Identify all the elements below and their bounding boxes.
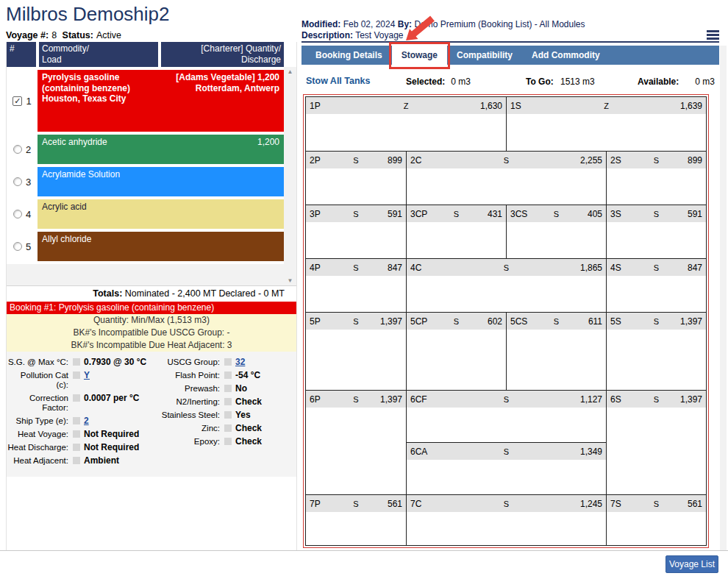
tab-compatibility[interactable]: Compatibility bbox=[447, 46, 522, 65]
commodity-cell[interactable]: Pyrolysis gasoline(containing benzene)Ho… bbox=[38, 70, 284, 132]
property-label: Pollution Cat (c): bbox=[7, 371, 68, 390]
tank-capacity: 847 bbox=[671, 263, 702, 273]
row-select-cell: 4 bbox=[7, 199, 38, 229]
tank-name: 6CA bbox=[410, 447, 474, 457]
row-radio[interactable] bbox=[13, 210, 22, 218]
tank-3CP[interactable]: 3CPS431 bbox=[406, 205, 506, 258]
property-value: Check bbox=[235, 397, 262, 407]
tank-5CS[interactable]: 5CSS611 bbox=[506, 313, 606, 390]
row-radio[interactable] bbox=[13, 177, 22, 186]
commodity-text: Acrylamide Solution bbox=[42, 169, 120, 194]
tank-header: 4SS847 bbox=[607, 259, 706, 276]
tank-coating: S bbox=[441, 210, 472, 218]
booking-row[interactable]: 3Acrylamide Solution bbox=[7, 167, 284, 196]
status-box-icon bbox=[73, 430, 80, 438]
tank-7P[interactable]: 7PS561 bbox=[306, 495, 406, 545]
tank-header: 5SS1,397 bbox=[607, 313, 706, 330]
tank-capacity: 1,397 bbox=[671, 316, 702, 327]
tank-name: 2C bbox=[410, 155, 474, 166]
scroll-down-icon[interactable]: ▼ bbox=[284, 277, 296, 284]
vertical-scrollbar[interactable]: ▲ ▼ bbox=[284, 67, 296, 285]
tank-capacity: 1,397 bbox=[371, 394, 402, 405]
commodity-cell[interactable]: Acrylamide Solution bbox=[38, 167, 284, 196]
tank-coating: S bbox=[340, 210, 371, 218]
tank-6CA[interactable]: 6CAS1,349 bbox=[407, 442, 606, 494]
row-select-cell: 3 bbox=[7, 167, 38, 196]
tab-stowage[interactable]: Stowage bbox=[392, 46, 447, 65]
booking-info-block: Quantity: Min/Max (1,513 m3)BK#'s Incomp… bbox=[7, 314, 296, 352]
tank-capacity: 1,397 bbox=[671, 394, 702, 405]
property-label: Heat Discharge: bbox=[7, 443, 68, 452]
booking-rows: ✓1Pyrolysis gasoline(containing benzene)… bbox=[7, 70, 296, 261]
tank-4C[interactable]: 4CS1,865 bbox=[406, 259, 606, 312]
tank-4P[interactable]: 4PS847 bbox=[306, 259, 406, 312]
tank-2S[interactable]: 2SS899 bbox=[606, 152, 706, 205]
tank-2P[interactable]: 2PS899 bbox=[306, 152, 406, 205]
tank-grid: 1PZ1,6301SZ1,6392PS8992CS2,2552SS8993PS5… bbox=[305, 96, 707, 546]
stow-all-tanks-link[interactable]: Stow All Tanks bbox=[306, 76, 371, 86]
tank-6S[interactable]: 6SS1,397 bbox=[606, 391, 706, 494]
commodity-cell[interactable]: Acetic anhydride1,200 bbox=[38, 135, 284, 164]
booking-table-header: # Commodity/ Load [Charterer] Quantity/ … bbox=[7, 42, 296, 67]
tank-7C[interactable]: 7CS1,245 bbox=[406, 495, 606, 545]
booking-row[interactable]: ✓1Pyrolysis gasoline(containing benzene)… bbox=[7, 70, 284, 132]
tank-coating: S bbox=[474, 395, 538, 404]
tank-5S[interactable]: 5SS1,397 bbox=[606, 313, 706, 390]
commodity-cell[interactable]: Allyl chloride bbox=[38, 232, 284, 261]
row-checkbox[interactable]: ✓ bbox=[13, 96, 22, 106]
tank-capacity: 1,397 bbox=[371, 316, 402, 327]
tank-2C[interactable]: 2CS2,255 bbox=[406, 152, 606, 205]
tank-4S[interactable]: 4SS847 bbox=[606, 259, 706, 312]
tank-1S[interactable]: 1SZ1,639 bbox=[506, 97, 706, 151]
property-value[interactable]: 2 bbox=[84, 416, 89, 426]
red-arrow-annotation bbox=[400, 15, 435, 43]
tank-coating: S bbox=[474, 156, 538, 165]
commodity-line: Acrylic acid bbox=[42, 202, 87, 213]
row-number: 3 bbox=[26, 177, 31, 188]
row-radio[interactable] bbox=[13, 145, 22, 154]
tank-name: 1S bbox=[510, 101, 574, 111]
property-value: Check bbox=[235, 424, 262, 433]
commodity-text: Acrylic acid bbox=[42, 202, 87, 227]
voyage-list-button[interactable]: Voyage List bbox=[665, 555, 718, 573]
tank-3P[interactable]: 3PS591 bbox=[306, 205, 406, 258]
tank-capacity: 602 bbox=[471, 316, 502, 327]
property-row: Heat Discharge:Not Required bbox=[7, 443, 157, 452]
tank-1P[interactable]: 1PZ1,630 bbox=[306, 97, 506, 151]
tank-coating: S bbox=[474, 447, 538, 456]
tank-6CF[interactable]: 6CFS1,127 bbox=[407, 391, 606, 442]
tank-capacity: 1,245 bbox=[538, 499, 602, 509]
tank-coating: S bbox=[641, 263, 672, 272]
row-radio[interactable] bbox=[13, 242, 22, 251]
tank-coating: S bbox=[340, 395, 371, 404]
property-value[interactable]: Y bbox=[84, 371, 90, 380]
tank-grid-row: 4PS8474CS1,8654SS847 bbox=[306, 258, 706, 312]
quantity-line: Rotterdam, Antwerp bbox=[176, 83, 279, 94]
booking-row[interactable]: 5Allyl chloride bbox=[7, 232, 284, 261]
tab-booking-details[interactable]: Booking Details bbox=[306, 46, 392, 65]
status-box-icon bbox=[73, 394, 80, 402]
stowage-panel: Booking DetailsStowageCompatibilityAdd C… bbox=[301, 0, 719, 550]
status-box-icon bbox=[224, 398, 232, 405]
tank-5CP[interactable]: 5CPS602 bbox=[406, 313, 506, 390]
property-value: Not Required bbox=[84, 443, 139, 452]
property-value[interactable]: 32 bbox=[235, 358, 245, 367]
commodity-cell[interactable]: Acrylic acid bbox=[38, 199, 284, 229]
tank-grid-annotation-border: 1PZ1,6301SZ1,6392PS8992CS2,2552SS8993PS5… bbox=[303, 94, 709, 548]
booking-row[interactable]: 2Acetic anhydride1,200 bbox=[7, 135, 284, 164]
tank-5P[interactable]: 5PS1,397 bbox=[306, 313, 406, 390]
voyage-status-line: Voyage #:8 Status:Active bbox=[6, 30, 124, 40]
tank-3CS[interactable]: 3CSS405 bbox=[506, 205, 606, 258]
scroll-up-icon[interactable]: ▲ bbox=[284, 68, 296, 75]
tank-3S[interactable]: 3SS591 bbox=[606, 205, 706, 258]
tab-add-commodity[interactable]: Add Commodity bbox=[522, 46, 610, 65]
quantity-text: 1,200 bbox=[257, 137, 279, 162]
panel-scrollbar[interactable] bbox=[720, 46, 727, 550]
tank-7S[interactable]: 7SS561 bbox=[606, 495, 706, 545]
row-select-cell: ✓1 bbox=[7, 70, 38, 132]
tank-6P[interactable]: 6PS1,397 bbox=[306, 391, 406, 494]
property-row: Ship Type (e):2 bbox=[7, 416, 157, 426]
status-box-icon bbox=[224, 371, 232, 379]
booking-row[interactable]: 4Acrylic acid bbox=[7, 199, 284, 229]
property-value: -54 °C bbox=[235, 371, 260, 380]
